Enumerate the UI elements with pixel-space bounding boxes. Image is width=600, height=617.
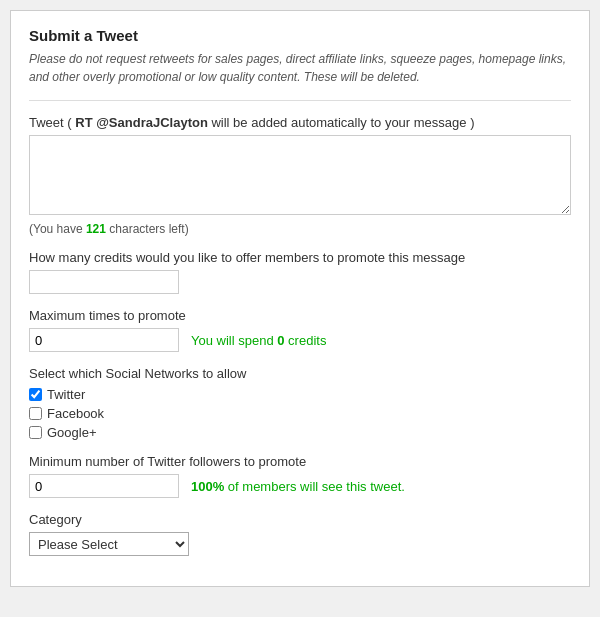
min-followers-section: Minimum number of Twitter followers to p… bbox=[29, 454, 571, 498]
tweet-label-bold: RT @SandraJClayton bbox=[75, 115, 208, 130]
tweet-field-section: Tweet ( RT @SandraJClayton will be added… bbox=[29, 115, 571, 236]
spend-credits-label: You will spend 0 credits bbox=[191, 333, 326, 348]
credits-field-section: How many credits would you like to offer… bbox=[29, 250, 571, 294]
credits-field-label: How many credits would you like to offer… bbox=[29, 250, 571, 265]
social-networks-label: Select which Social Networks to allow bbox=[29, 366, 571, 381]
tweet-field-label: Tweet ( RT @SandraJClayton will be added… bbox=[29, 115, 571, 130]
disclaimer: Please do not request retweets for sales… bbox=[29, 50, 571, 86]
followers-suffix: of members will see this tweet. bbox=[224, 479, 405, 494]
twitter-checkbox[interactable] bbox=[29, 388, 42, 401]
tweet-label-prefix: Tweet ( bbox=[29, 115, 75, 130]
followers-percent: 100% bbox=[191, 479, 224, 494]
divider bbox=[29, 100, 571, 101]
twitter-checkbox-item: Twitter bbox=[29, 387, 571, 402]
max-times-label: Maximum times to promote bbox=[29, 308, 571, 323]
max-times-section: Maximum times to promote You will spend … bbox=[29, 308, 571, 352]
category-select[interactable]: Please Select bbox=[29, 532, 189, 556]
category-section: Category Please Select bbox=[29, 512, 571, 556]
facebook-label: Facebook bbox=[47, 406, 104, 421]
googleplus-checkbox-item: Google+ bbox=[29, 425, 571, 440]
spend-suffix: credits bbox=[284, 333, 326, 348]
facebook-checkbox[interactable] bbox=[29, 407, 42, 420]
googleplus-label: Google+ bbox=[47, 425, 97, 440]
chars-left-label: (You have 121 characters left) bbox=[29, 222, 571, 236]
chars-left-suffix: characters left) bbox=[106, 222, 189, 236]
credits-input[interactable] bbox=[29, 270, 179, 294]
max-times-row: You will spend 0 credits bbox=[29, 328, 571, 352]
main-container: Submit a Tweet Please do not request ret… bbox=[10, 10, 590, 587]
min-followers-input[interactable] bbox=[29, 474, 179, 498]
page-title: Submit a Tweet bbox=[29, 27, 571, 44]
chars-left-prefix: (You have bbox=[29, 222, 86, 236]
min-followers-row: 100% of members will see this tweet. bbox=[29, 474, 571, 498]
spend-prefix: You will spend bbox=[191, 333, 277, 348]
category-label: Category bbox=[29, 512, 571, 527]
min-followers-label: Minimum number of Twitter followers to p… bbox=[29, 454, 571, 469]
facebook-checkbox-item: Facebook bbox=[29, 406, 571, 421]
chars-left-count: 121 bbox=[86, 222, 106, 236]
googleplus-checkbox[interactable] bbox=[29, 426, 42, 439]
twitter-label: Twitter bbox=[47, 387, 85, 402]
tweet-label-suffix: will be added automatically to your mess… bbox=[208, 115, 475, 130]
tweet-textarea[interactable] bbox=[29, 135, 571, 215]
social-networks-section: Select which Social Networks to allow Tw… bbox=[29, 366, 571, 440]
max-times-input[interactable] bbox=[29, 328, 179, 352]
followers-info: 100% of members will see this tweet. bbox=[191, 479, 405, 494]
